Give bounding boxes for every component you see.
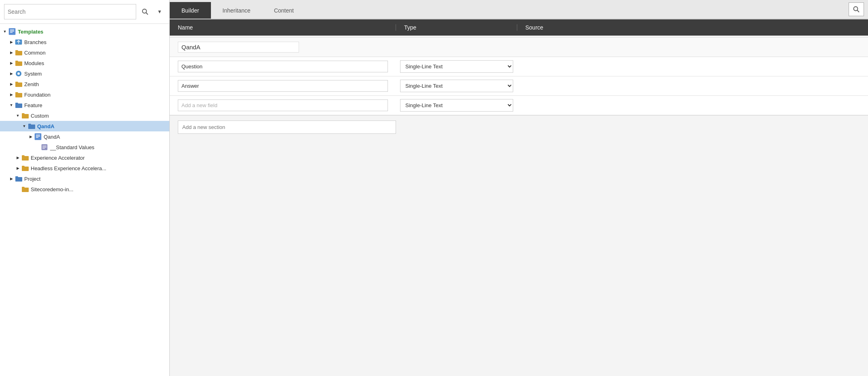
tree-item-experience-accelerator[interactable]: ▶Experience Accelerator	[0, 152, 169, 163]
system-icon	[15, 70, 23, 78]
field-name-input-question[interactable]	[178, 61, 388, 72]
add-section-input[interactable]	[178, 120, 396, 134]
tree-item-system[interactable]: ▶System	[0, 68, 169, 79]
tree-item-label: Branches	[24, 39, 46, 45]
table-header: Name Type Source	[170, 19, 868, 36]
tree-toggle[interactable]: ▶	[15, 154, 21, 161]
tree-toggle[interactable]: ▶	[8, 39, 15, 45]
tree-toggle[interactable]: ▶	[8, 70, 15, 77]
folder-icon	[21, 185, 29, 193]
add-new-field-input[interactable]	[178, 99, 388, 111]
svg-rect-2	[9, 28, 15, 35]
field-type-select-answer[interactable]: Single-Line Text Multi-Line Text Rich Te…	[400, 80, 513, 92]
tab-search-button[interactable]	[849, 2, 864, 16]
search-button[interactable]	[138, 4, 152, 19]
tree-item-label: __Standard Values	[50, 144, 95, 150]
svg-line-1	[146, 13, 148, 15]
standard-icon	[40, 143, 48, 151]
tree-item-label: Experience Accelerator	[31, 155, 85, 161]
tree-toggle[interactable]: ▼	[2, 28, 8, 35]
field-name-input-answer[interactable]	[178, 80, 388, 92]
tree-item-label: Headless Experience Accelera...	[31, 165, 106, 171]
tree-item-label: Project	[24, 176, 40, 182]
field-name-cell	[170, 61, 396, 72]
folder-icon	[15, 80, 23, 88]
folder-blue-icon	[27, 122, 36, 130]
col-header-source: Source	[517, 24, 868, 31]
tree-item-label: Foundation	[24, 92, 51, 98]
folder-icon	[15, 49, 23, 57]
field-type-select-new[interactable]: Single-Line Text Multi-Line Text Rich Te…	[400, 99, 513, 112]
tree-item-foundation[interactable]: ▶Foundation	[0, 89, 169, 100]
tab-builder[interactable]: Builder	[170, 2, 211, 19]
tree-item-branches[interactable]: ▶Branches	[0, 37, 169, 47]
tree-item-modules[interactable]: ▶Modules	[0, 58, 169, 68]
tree-item-standard-values[interactable]: __Standard Values	[0, 142, 169, 152]
tree-toggle[interactable]: ▶	[8, 175, 15, 182]
tree-item-qanda-folder[interactable]: ▼QandA	[0, 121, 169, 131]
tree-container: ▼Templates▶Branches▶Common▶Modules▶Syste…	[0, 24, 169, 376]
field-row-new: Single-Line Text Multi-Line Text Rich Te…	[170, 96, 868, 115]
col-header-type: Type	[396, 24, 517, 31]
tree-item-label: QandA	[37, 123, 55, 129]
add-section-row	[170, 115, 868, 139]
field-type-cell-new: Single-Line Text Multi-Line Text Rich Te…	[396, 99, 517, 112]
tree-item-qanda-item[interactable]: ▶QandA	[0, 131, 169, 142]
tree-item-templates[interactable]: ▼Templates	[0, 26, 169, 37]
tree-item-label: System	[24, 71, 42, 77]
tree-item-project[interactable]: ▶Project	[0, 173, 169, 184]
tree-item-common[interactable]: ▶Common	[0, 47, 169, 58]
tree-item-sitecoredemo[interactable]: Sitecoredemo-in...	[0, 184, 169, 194]
tree-item-label: Common	[24, 50, 46, 56]
search-bar: ▼	[0, 0, 169, 24]
tree-toggle[interactable]: ▶	[27, 133, 34, 140]
tab-inheritance[interactable]: Inheritance	[211, 2, 262, 19]
tree-item-custom[interactable]: ▼Custom	[0, 110, 169, 121]
tree-toggle[interactable]: ▶	[8, 81, 15, 87]
field-row: Single-Line Text Multi-Line Text Rich Te…	[170, 57, 868, 76]
svg-point-18	[854, 7, 858, 11]
tree-toggle[interactable]: ▼	[8, 102, 15, 108]
tabs-bar: Builder Inheritance Content	[170, 0, 868, 19]
folder-icon	[21, 112, 29, 120]
section-row	[170, 37, 868, 57]
tree-toggle[interactable]: ▶	[8, 49, 15, 56]
tree-item-label: Modules	[24, 60, 44, 66]
folder-icon	[21, 164, 29, 172]
tree-item-zenith[interactable]: ▶Zenith	[0, 79, 169, 89]
tab-content[interactable]: Content	[262, 2, 305, 19]
folder-blue-icon	[15, 101, 23, 109]
folder-icon	[15, 91, 23, 99]
search-input[interactable]	[4, 4, 136, 19]
field-type-select-question[interactable]: Single-Line Text Multi-Line Text Rich Te…	[400, 60, 513, 73]
tree-toggle[interactable]: ▶	[8, 60, 15, 66]
folder-blue-icon	[15, 175, 23, 183]
field-name-cell-new	[170, 99, 396, 111]
section-name-input[interactable]	[178, 42, 299, 53]
branch-icon	[15, 38, 23, 46]
template-icon	[34, 133, 42, 141]
svg-point-9	[17, 72, 20, 75]
tree-toggle[interactable]: ▼	[21, 123, 27, 129]
tree-toggle[interactable]: ▶	[8, 91, 15, 98]
svg-point-0	[143, 9, 147, 13]
search-dropdown-button[interactable]: ▼	[154, 4, 165, 19]
tree-toggle[interactable]	[34, 144, 40, 150]
table-body: Single-Line Text Multi-Line Text Rich Te…	[170, 36, 868, 376]
field-type-cell: Single-Line Text Multi-Line Text Rich Te…	[396, 80, 517, 92]
svg-rect-10	[35, 133, 41, 140]
tree-item-headless-experience-accelerator[interactable]: ▶Headless Experience Accelera...	[0, 163, 169, 173]
right-panel: Builder Inheritance Content Name Type So…	[170, 0, 868, 376]
field-type-cell: Single-Line Text Multi-Line Text Rich Te…	[396, 60, 517, 73]
tree-toggle[interactable]: ▼	[15, 112, 21, 119]
tree-item-label: Custom	[31, 113, 49, 119]
folder-icon	[21, 154, 29, 162]
col-header-name: Name	[170, 24, 396, 31]
tree-toggle[interactable]: ▶	[15, 165, 21, 171]
tree-toggle[interactable]	[15, 186, 21, 192]
tree-item-label: Feature	[24, 102, 42, 108]
tree-item-feature[interactable]: ▼Feature	[0, 100, 169, 110]
field-row: Single-Line Text Multi-Line Text Rich Te…	[170, 76, 868, 96]
tree-item-label: Templates	[18, 29, 43, 35]
field-name-cell	[170, 80, 396, 92]
